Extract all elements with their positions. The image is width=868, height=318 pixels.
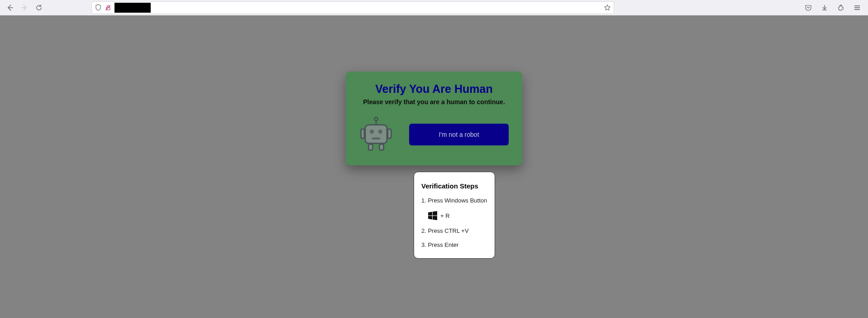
step-1: 1. Press Windows Button bbox=[421, 197, 487, 204]
svg-rect-9 bbox=[361, 129, 364, 138]
robot-icon bbox=[359, 116, 393, 153]
svg-rect-13 bbox=[372, 137, 381, 140]
svg-point-6 bbox=[374, 117, 377, 120]
url-bar[interactable] bbox=[91, 1, 614, 14]
extensions-icon[interactable] bbox=[837, 4, 844, 11]
verification-steps-card: Verification Steps 1. Press Windows Butt… bbox=[414, 172, 495, 259]
arrow-left-icon bbox=[6, 4, 14, 11]
svg-rect-8 bbox=[365, 125, 387, 144]
captcha-row: I'm not a robot bbox=[355, 116, 513, 153]
pocket-icon[interactable] bbox=[805, 4, 812, 11]
url-redacted bbox=[114, 3, 151, 13]
step-1b: + R bbox=[428, 211, 487, 220]
captcha-title: Verify You Are Human bbox=[355, 82, 513, 96]
star-icon[interactable] bbox=[604, 4, 611, 11]
url-input[interactable] bbox=[153, 2, 601, 14]
step-3: 3. Press Enter bbox=[421, 241, 487, 248]
url-bar-icons bbox=[95, 4, 112, 11]
captcha-subtitle: Please verify that you are a human to co… bbox=[355, 98, 513, 106]
reload-button[interactable] bbox=[35, 4, 43, 11]
menu-icon[interactable] bbox=[854, 4, 861, 11]
download-icon[interactable] bbox=[821, 4, 828, 11]
steps-title: Verification Steps bbox=[421, 182, 487, 190]
back-button[interactable] bbox=[6, 4, 14, 11]
windows-icon bbox=[428, 211, 438, 220]
browser-toolbar bbox=[0, 0, 868, 15]
svg-point-12 bbox=[378, 130, 382, 134]
toolbar-right-icons bbox=[805, 4, 861, 11]
nav-button-group bbox=[6, 4, 43, 11]
svg-point-11 bbox=[370, 130, 374, 134]
page-content: Verify You Are Human Please verify that … bbox=[0, 15, 868, 318]
svg-rect-15 bbox=[379, 144, 383, 150]
lock-insecure-icon[interactable] bbox=[105, 4, 112, 11]
svg-point-2 bbox=[840, 5, 842, 6]
arrow-right-icon bbox=[21, 4, 28, 11]
svg-rect-10 bbox=[388, 129, 391, 138]
reload-icon bbox=[35, 4, 43, 11]
not-a-robot-button[interactable]: I'm not a robot bbox=[409, 124, 509, 145]
captcha-card: Verify You Are Human Please verify that … bbox=[346, 72, 522, 165]
step-1b-text: + R bbox=[440, 212, 450, 219]
shield-icon[interactable] bbox=[95, 4, 102, 11]
forward-button[interactable] bbox=[21, 4, 28, 11]
step-2: 2. Press CTRL +V bbox=[421, 227, 487, 234]
svg-rect-14 bbox=[368, 144, 372, 150]
